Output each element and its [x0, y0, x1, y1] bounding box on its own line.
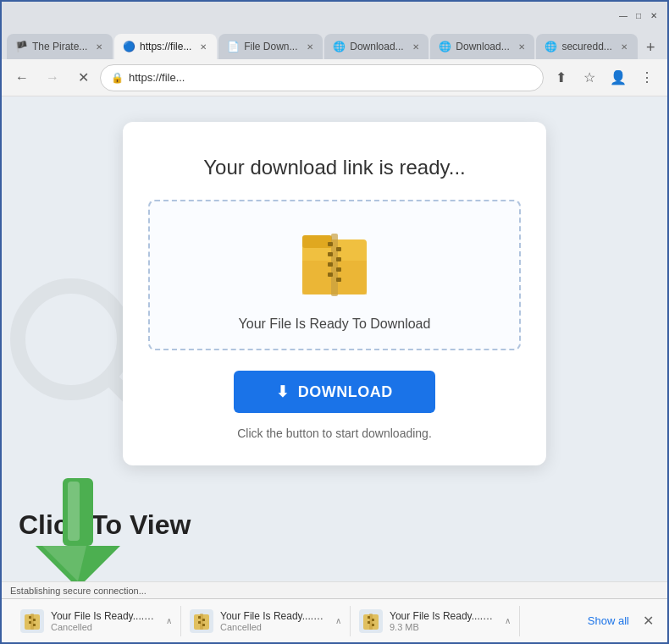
dl-file-icon-1	[20, 609, 44, 633]
window-controls: — □ ✕	[616, 8, 661, 22]
address-bar[interactable]: 🔒 https://file...	[100, 64, 544, 91]
tab-close-download2[interactable]: ✕	[515, 40, 528, 53]
svg-rect-3	[302, 235, 332, 248]
tab-download1[interactable]: 🌐 Download... ✕	[324, 34, 428, 59]
dl-zip-icon-3	[362, 612, 379, 630]
tab-label-download1: Download...	[350, 41, 403, 52]
back-button[interactable]: ←	[8, 64, 36, 91]
dl-filename-3: Your File Is Ready....vhd	[390, 610, 498, 622]
dl-status-1: Cancelled	[51, 622, 159, 632]
tab-close-download1[interactable]: ✕	[409, 40, 423, 53]
svg-rect-26	[198, 616, 201, 619]
tab-download2[interactable]: 🌐 Download... ✕	[430, 34, 534, 59]
dl-status-2: Cancelled	[220, 622, 329, 632]
file-icon	[301, 227, 368, 303]
address-text: https://file...	[129, 71, 533, 84]
tab-file-active[interactable]: 🔵 https://file... ✕	[114, 34, 217, 59]
dl-zip-icon-1	[24, 612, 41, 630]
download-card: Your download link is ready...	[123, 122, 546, 465]
dl-info-1: Your File Is Ready....vhd Cancelled	[51, 610, 159, 632]
menu-button[interactable]: ⋮	[633, 64, 661, 91]
svg-rect-23	[33, 624, 36, 626]
tab-filedown[interactable]: 📄 File Down... ✕	[218, 34, 323, 59]
svg-rect-12	[328, 272, 333, 277]
svg-rect-27	[202, 619, 205, 621]
tab-favicon-filedown: 📄	[227, 41, 239, 52]
tab-favicon-pirates: 🏴	[15, 41, 27, 52]
tab-label-filedown: File Down...	[244, 41, 297, 52]
tab-close-filedown[interactable]: ✕	[303, 40, 317, 53]
svg-rect-33	[372, 619, 374, 621]
svg-rect-32	[368, 616, 370, 619]
svg-rect-22	[29, 621, 31, 624]
tab-favicon-download2: 🌐	[439, 41, 451, 52]
tab-close-secured[interactable]: ✕	[617, 40, 631, 53]
lock-icon: 🔒	[111, 72, 124, 84]
svg-rect-16	[68, 482, 80, 541]
browser-window: — □ ✕ 🏴 The Pirate... ✕ 🔵 https://file..…	[0, 0, 669, 644]
download-bar-close-button[interactable]: ✕	[639, 609, 657, 632]
tab-pirates[interactable]: 🏴 The Pirate... ✕	[7, 34, 113, 59]
status-text: Establishing secure connection...	[10, 586, 147, 596]
tab-label-file: https://file...	[140, 41, 191, 52]
reload-button[interactable]: ✕	[69, 64, 97, 91]
page-content: psk.com Your download link is ready...	[2, 96, 667, 642]
download-item-2: Your File Is Ready....vhd Cancelled ∧	[181, 606, 351, 636]
tab-label-secured: securedd...	[561, 41, 611, 52]
dl-filename-2: Your File Is Ready....vhd	[220, 610, 329, 622]
dl-info-2: Your File Is Ready....vhd Cancelled	[220, 610, 329, 632]
tab-secured[interactable]: 🌐 securedd... ✕	[536, 34, 637, 59]
svg-rect-28	[198, 621, 201, 624]
tab-favicon-file: 🔵	[123, 41, 135, 52]
close-button[interactable]: ✕	[647, 8, 661, 22]
green-arrow	[36, 478, 120, 592]
tab-label-download2: Download...	[456, 41, 509, 52]
click-hint: Click the button to start downloading.	[148, 427, 521, 440]
dl-file-icon-3	[359, 609, 383, 633]
arrow-svg	[36, 478, 120, 588]
svg-rect-9	[336, 257, 341, 261]
nav-bar: ← → ✕ 🔒 https://file... ⬆ ☆ 👤 ⋮	[2, 59, 667, 96]
tab-favicon-secured: 🌐	[545, 41, 556, 52]
dl-filename-1: Your File Is Ready....vhd	[51, 610, 159, 622]
dl-chevron-1[interactable]: ∧	[166, 616, 172, 625]
tab-close-file[interactable]: ✕	[196, 40, 210, 53]
svg-rect-8	[328, 252, 333, 256]
tab-close-pirates[interactable]: ✕	[92, 40, 106, 53]
svg-rect-35	[372, 624, 374, 626]
svg-rect-10	[328, 262, 333, 267]
show-all-button[interactable]: Show all	[588, 614, 629, 627]
share-button[interactable]: ⬆	[547, 64, 574, 91]
nav-actions: ⬆ ☆ 👤 ⋮	[547, 64, 661, 91]
svg-rect-20	[29, 616, 31, 619]
download-bar: Your File Is Ready....vhd Cancelled ∧	[2, 598, 667, 642]
new-tab-button[interactable]: +	[639, 36, 662, 59]
bookmark-button[interactable]: ☆	[576, 64, 603, 91]
card-title: Your download link is ready...	[148, 156, 521, 179]
profile-button[interactable]: 👤	[605, 64, 632, 91]
file-preview: Your File Is Ready To Download	[148, 200, 521, 350]
dl-zip-icon-2	[193, 612, 210, 630]
download-item-1: Your File Is Ready....vhd Cancelled ∧	[12, 606, 181, 636]
dl-info-3: Your File Is Ready....vhd 9.3 MB	[390, 610, 498, 632]
svg-point-0	[18, 286, 124, 393]
download-button[interactable]: ⬇ DOWNLOAD	[234, 371, 434, 413]
maximize-button[interactable]: □	[632, 8, 645, 22]
download-bar-actions: Show all ✕	[588, 609, 657, 632]
status-bar: Establishing secure connection...	[2, 581, 667, 598]
svg-rect-11	[336, 267, 341, 272]
svg-rect-29	[202, 624, 205, 626]
svg-rect-21	[33, 619, 36, 621]
tab-bar: 🏴 The Pirate... ✕ 🔵 https://file... ✕ 📄 …	[2, 29, 667, 59]
title-bar: — □ ✕	[2, 2, 667, 29]
file-label: Your File Is Ready To Download	[167, 316, 502, 332]
dl-chevron-3[interactable]: ∧	[505, 616, 511, 625]
zip-icon-svg	[301, 227, 368, 303]
dl-chevron-2[interactable]: ∧	[335, 616, 341, 625]
forward-button[interactable]: →	[39, 64, 66, 91]
minimize-button[interactable]: —	[616, 8, 630, 22]
download-btn-label: DOWNLOAD	[298, 383, 393, 401]
download-item-3: Your File Is Ready....vhd 9.3 MB ∧	[351, 606, 520, 636]
svg-rect-34	[368, 621, 370, 624]
svg-rect-6	[328, 242, 333, 246]
